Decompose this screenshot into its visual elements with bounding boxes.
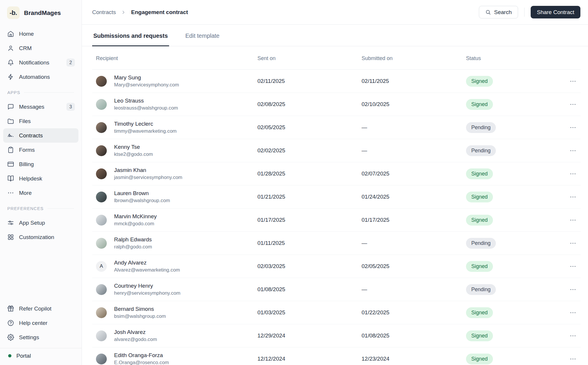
- submitted-on-cell: —: [362, 286, 466, 293]
- submitted-on-cell: 02/05/2025: [362, 263, 466, 270]
- sidebar-item-contracts[interactable]: Contracts: [3, 128, 78, 143]
- status-cell: Signed: [466, 261, 556, 272]
- message-icon: [7, 103, 14, 110]
- recipient-info: Leo Strauss leostrauss@walshgroup.com: [114, 98, 178, 111]
- submitted-on-cell: 02/11/2025: [362, 78, 466, 84]
- recipient-email: mmck@godo.com: [114, 221, 157, 227]
- recipient-cell: Leo Strauss leostrauss@walshgroup.com: [92, 98, 257, 111]
- row-actions-menu-button[interactable]: [568, 122, 578, 132]
- sidebar-footer-nav: Refer CopilotHelp centerSettings: [0, 301, 82, 344]
- row-actions-menu-button[interactable]: [568, 76, 578, 86]
- search-button[interactable]: Search: [479, 6, 518, 18]
- recipient-name: Andy Alvarez: [114, 260, 180, 266]
- sidebar-item-forms[interactable]: Forms: [3, 143, 78, 157]
- sent-on-cell: 01/11/2025: [257, 240, 362, 246]
- recipient-cell: Timothy Leclerc timmy@wavemarketing.com: [92, 121, 257, 134]
- row-menu-cell: [556, 308, 581, 318]
- row-menu-cell: [556, 76, 581, 86]
- sidebar-item-messages[interactable]: Messages3: [3, 100, 78, 114]
- row-menu-cell: [556, 331, 581, 341]
- sidebar-item-notifications[interactable]: Notifications2: [3, 55, 78, 70]
- recipient-cell: A Andy Alvarez Alvarez@wavemarketing.com: [92, 260, 257, 273]
- folder-icon: [7, 118, 14, 124]
- grid-icon: [7, 234, 14, 241]
- sidebar-section-preferences: PREFERENCES: [0, 201, 82, 216]
- row-actions-menu-button[interactable]: [568, 284, 578, 294]
- row-menu-cell: [556, 261, 581, 271]
- recipient-name: Marvin McKinney: [114, 213, 157, 220]
- recipient-info: Ralph Edwards ralph@godo.com: [114, 236, 152, 250]
- sidebar-item-customization[interactable]: Customization: [3, 230, 78, 244]
- row-actions-menu-button[interactable]: [568, 331, 578, 341]
- sidebar-item-app-setup[interactable]: App Setup: [3, 216, 78, 230]
- row-menu-cell: [556, 146, 581, 156]
- recipient-email: ralph@godo.com: [114, 244, 152, 250]
- row-actions-menu-button[interactable]: [568, 215, 578, 225]
- sidebar-item-label: Automations: [19, 74, 75, 80]
- sent-on-cell: 01/03/2025: [257, 309, 362, 316]
- sent-on-cell: 01/28/2025: [257, 170, 362, 177]
- status-badge: Signed: [466, 192, 493, 202]
- sidebar-item-crm[interactable]: CRM: [3, 41, 78, 55]
- tab-submissions-and-requests[interactable]: Submissions and requests: [92, 25, 169, 46]
- recipient-info: Andy Alvarez Alvarez@wavemarketing.com: [114, 260, 180, 273]
- row-menu-cell: [556, 215, 581, 225]
- sidebar-item-home[interactable]: Home: [3, 27, 78, 41]
- sidebar-item-label: Settings: [19, 334, 75, 341]
- recipient-email: henry@servicesymphony.com: [114, 290, 180, 296]
- sidebar-item-helpdesk[interactable]: Helpdesk: [3, 171, 78, 186]
- status-cell: Pending: [466, 145, 556, 156]
- row-menu-cell: [556, 192, 581, 202]
- row-actions-menu-button[interactable]: [568, 99, 578, 109]
- row-actions-menu-button[interactable]: [568, 192, 578, 202]
- sidebar-item-more[interactable]: More: [3, 186, 78, 200]
- sent-on-cell: 02/11/2025: [257, 78, 362, 84]
- row-menu-cell: [556, 238, 581, 248]
- tab-edit-template[interactable]: Edit template: [184, 25, 221, 46]
- main-content: Contracts Engagement contract Search Sha…: [82, 0, 588, 365]
- row-actions-menu-button[interactable]: [568, 354, 578, 364]
- recipient-cell: Mary Sung Mary@servicesymphony.com: [92, 74, 257, 88]
- sidebar-item-automations[interactable]: Automations: [3, 70, 78, 84]
- status-cell: Signed: [466, 307, 556, 318]
- section-label: APPS: [7, 90, 20, 95]
- row-actions-menu-button[interactable]: [568, 308, 578, 318]
- recipient-info: Marvin McKinney mmck@godo.com: [114, 213, 157, 227]
- column-header-sent-on: Sent on: [257, 55, 362, 62]
- status-badge: Pending: [466, 145, 496, 156]
- recipient-name: Lauren Brown: [114, 190, 170, 197]
- notification-count-badge: 3: [66, 103, 75, 111]
- row-actions-menu-button[interactable]: [568, 261, 578, 271]
- row-menu-cell: [556, 99, 581, 109]
- sent-on-cell: 02/02/2025: [257, 147, 362, 154]
- table-row: Jasmin Khan jasmin@servicesymphony.com 0…: [92, 162, 581, 185]
- share-contract-button[interactable]: Share Contract: [531, 6, 580, 18]
- sidebar-item-billing[interactable]: Billing: [3, 157, 78, 171]
- row-actions-menu-button[interactable]: [568, 146, 578, 156]
- recipient-name: Courtney Henry: [114, 283, 180, 289]
- sidebar-item-label: Billing: [19, 161, 75, 168]
- table-row: Bernard Simons bsim@walshgroup.com 01/03…: [92, 301, 581, 324]
- status-cell: Signed: [466, 192, 556, 202]
- sent-on-cell: 02/05/2025: [257, 124, 362, 131]
- sidebar-item-label: Messages: [19, 104, 61, 110]
- sidebar-item-files[interactable]: Files: [3, 114, 78, 128]
- recipient-email: bsim@walshgroup.com: [114, 313, 166, 319]
- recipient-email: timmy@wavemarketing.com: [114, 128, 177, 134]
- recipient-email: leostrauss@walshgroup.com: [114, 105, 178, 111]
- breadcrumb-contracts[interactable]: Contracts: [92, 9, 116, 16]
- recipient-cell: Kenny Tse ktse2@godo.com: [92, 144, 257, 157]
- recipient-name: Jasmin Khan: [114, 167, 182, 173]
- avatar: [96, 76, 107, 87]
- sidebar-item-refer-copilot[interactable]: Refer Copilot: [3, 301, 78, 316]
- status-cell: Signed: [466, 168, 556, 179]
- sent-on-cell: 12/29/2024: [257, 332, 362, 339]
- status-cell: Signed: [466, 354, 556, 364]
- sidebar-item-portal[interactable]: Portal: [0, 348, 82, 365]
- row-actions-menu-button[interactable]: [568, 238, 578, 248]
- recipient-name: Josh Alvarez: [114, 329, 157, 335]
- row-actions-menu-button[interactable]: [568, 169, 578, 179]
- sidebar-item-help-center[interactable]: Help center: [3, 316, 78, 330]
- table-row: Josh Alvarez alvarez@godo.com 12/29/2024…: [92, 324, 581, 347]
- sidebar-item-settings[interactable]: Settings: [3, 330, 78, 344]
